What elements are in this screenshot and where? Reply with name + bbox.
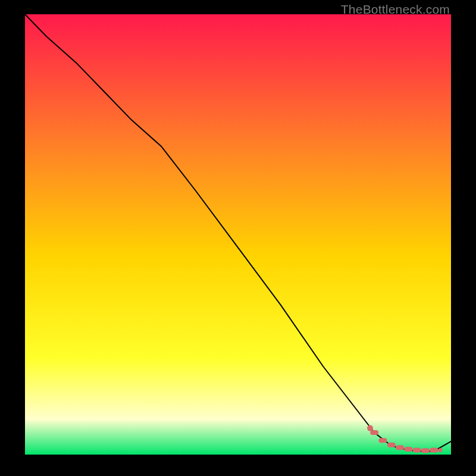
optimal-marker (378, 438, 387, 443)
optimal-marker-end (439, 448, 443, 452)
optimal-marker (413, 448, 421, 453)
optimal-marker (396, 445, 404, 450)
plot-area (25, 14, 451, 455)
optimal-marker (387, 443, 396, 447)
gradient-background (25, 14, 451, 455)
chart-frame: TheBottleneck.com (0, 0, 476, 476)
optimal-marker (404, 447, 412, 452)
optimal-marker (421, 448, 430, 453)
optimal-marker (370, 430, 378, 435)
optimal-marker (430, 448, 438, 453)
chart-svg (25, 14, 451, 455)
